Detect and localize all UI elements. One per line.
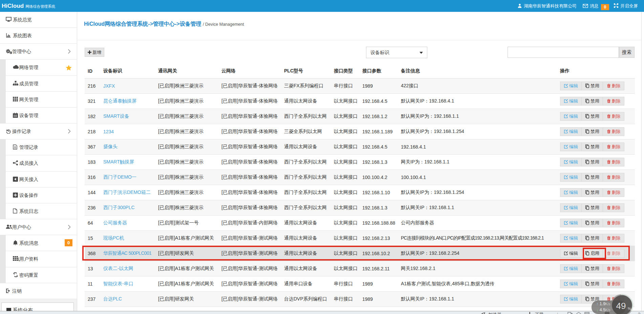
svg-text:%: % (628, 307, 631, 311)
svg-text:49: 49 (616, 301, 626, 311)
